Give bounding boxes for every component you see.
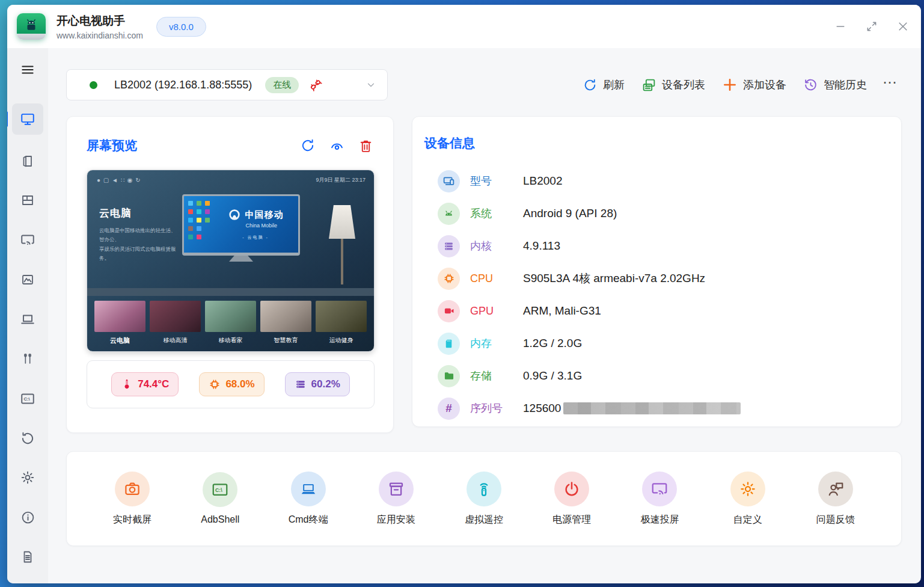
maximize-button[interactable]	[858, 14, 885, 38]
tv-thumb-home-watch[interactable]: 移动看家	[205, 301, 256, 345]
preview-eye-icon[interactable]	[329, 138, 345, 154]
device-label: LB2002 (192.168.1.88:5555)	[114, 79, 252, 91]
memory-value: 1.2G / 2.0G	[523, 337, 582, 350]
restore-icon	[20, 431, 35, 446]
storage-value: 0.9G / 3.1G	[523, 369, 582, 383]
tv-thumb-mobile-hd[interactable]: 移动高清	[150, 301, 201, 345]
cpu-chip-icon	[209, 378, 221, 390]
close-button[interactable]	[890, 14, 916, 38]
action-adb-shell[interactable]: C:\ AdbShell	[185, 472, 255, 525]
online-dot-icon	[90, 81, 97, 89]
history-clock-icon	[803, 78, 818, 93]
sidebar-item-logs[interactable]	[12, 544, 43, 570]
info-row-memory: 内存 1.2G / 2.0G	[424, 327, 889, 360]
minimize-button[interactable]	[827, 14, 854, 38]
sidebar-item-settings[interactable]	[12, 464, 43, 491]
info-row-cpu: CPU S905L3A 4核 armeabi-v7a 2.02GHz	[424, 262, 889, 295]
tv-inner-screen: 中国移动 China Mobile - 云电脑 -	[182, 194, 300, 256]
memory-stat: 60.2%	[285, 372, 350, 396]
refresh-button[interactable]: 刷新	[578, 74, 629, 96]
cpu-stat: 68.0%	[199, 372, 264, 396]
laptop-icon	[291, 472, 326, 506]
device-selector[interactable]: LB2002 (192.168.1.88:5555) 在线	[66, 69, 388, 100]
device-model-icon	[438, 170, 460, 192]
sidebar-item-layout[interactable]	[12, 188, 43, 214]
cards-row: 屏幕预览 ● ▢ ◄ ∷ ◉ ↻ 9月9日 星期二 23:17	[66, 116, 902, 433]
sidebar-item-terminal[interactable]: C:\	[12, 386, 43, 412]
memory-bars-icon	[295, 378, 307, 390]
info-icon	[20, 510, 35, 525]
device-info-title: 设备信息	[424, 135, 889, 152]
tv-screenshot[interactable]: ● ▢ ◄ ∷ ◉ ↻ 9月9日 星期二 23:17 云电脑 云电脑是中国移动推…	[87, 170, 375, 352]
sidebar-item-screen-cast[interactable]	[12, 227, 43, 253]
sidebar-item-restore[interactable]	[12, 425, 43, 452]
feedback-person-icon	[818, 472, 853, 506]
info-row-kernel: 内核 4.9.113	[424, 230, 889, 262]
door-icon	[20, 154, 35, 168]
sidebar-item-gallery[interactable]	[12, 266, 43, 293]
add-device-label: 添加设备	[743, 78, 786, 92]
add-device-button[interactable]: 添加设备	[717, 73, 791, 96]
disconnect-icon[interactable]	[308, 78, 323, 92]
tv-app-thumbnails: 云电脑 移动高清 移动看家 智慧教育 运动健身	[94, 301, 367, 345]
china-mobile-mark-icon	[228, 208, 241, 221]
tv-statusbar-icons: ● ▢ ◄ ∷ ◉ ↻	[97, 177, 141, 183]
serial-value: 125600	[523, 402, 741, 415]
gpu-value: ARM, Mali-G31	[523, 304, 601, 318]
install-box-icon	[379, 472, 414, 506]
preview-delete-icon[interactable]	[358, 138, 373, 153]
sidebar-item-screen-preview[interactable]	[12, 103, 43, 135]
sidebar-item-app-manager[interactable]	[12, 148, 43, 174]
action-cmd-terminal[interactable]: Cmd终端	[273, 472, 344, 526]
monitor-icon	[20, 111, 35, 127]
tv-hero-title: 云电脑	[99, 206, 177, 220]
device-info-rows: 型号 LB2002 系统 Android 9 (API 28) 内核 4.9.1…	[424, 165, 889, 425]
laptop-icon	[20, 312, 35, 327]
cpu-chip-icon	[438, 268, 460, 290]
refresh-label: 刷新	[603, 78, 625, 92]
menu-icon[interactable]	[12, 57, 43, 83]
sidebar-item-about[interactable]	[12, 504, 43, 530]
action-virtual-remote[interactable]: 虚拟遥控	[448, 472, 519, 526]
tv-thumb-cloud-pc[interactable]: 云电脑	[94, 301, 145, 345]
sidebar-item-toolbox[interactable]	[12, 346, 43, 372]
model-value: LB2002	[523, 174, 563, 188]
more-button[interactable]: ⋯	[879, 74, 902, 96]
action-customize[interactable]: 自定义	[712, 472, 783, 526]
china-mobile-logo: 中国移动 China Mobile - 云电脑 -	[228, 208, 284, 241]
preview-title: 屏幕预览	[87, 137, 137, 154]
info-row-gpu: GPU ARM, Mali-G31	[424, 295, 889, 327]
toolbar: 刷新 设备列表 添加设备 智能历史 ⋯	[578, 73, 902, 96]
thermometer-icon	[121, 378, 133, 390]
action-app-install[interactable]: 应用安装	[361, 472, 432, 526]
tv-inner-television: 中国移动 China Mobile - 云电脑 -	[182, 194, 300, 262]
titlebar: 开心电视助手 www.kaixindianshi.com v8.0.0	[7, 5, 921, 48]
layout-icon	[20, 193, 35, 207]
device-info-card: 设备信息 型号 LB2002 系统 Android 9 (API 28)	[412, 116, 902, 427]
action-screenshot[interactable]: 实时截屏	[97, 472, 168, 526]
preview-card-header: 屏幕预览	[87, 137, 373, 154]
action-feedback[interactable]: 问题反馈	[800, 472, 871, 526]
sidebar: C:\	[7, 48, 48, 583]
sidebar-item-device[interactable]	[12, 306, 43, 333]
temperature-stat: 74.4°C	[111, 372, 179, 396]
action-fast-cast[interactable]: 极速投屏	[624, 472, 695, 526]
device-list-button[interactable]: 设备列表	[637, 74, 710, 96]
device-list-icon	[641, 78, 656, 93]
info-row-serial: # 序列号 125600	[424, 392, 889, 425]
svg-text:C:\: C:\	[215, 487, 222, 493]
tv-thumb-fitness[interactable]: 运动健身	[316, 301, 367, 345]
refresh-icon	[583, 78, 598, 93]
preview-refresh-icon[interactable]	[300, 138, 316, 153]
document-icon	[20, 550, 35, 564]
storage-folder-icon	[438, 365, 460, 387]
tv-datetime: 9月9日 星期二 23:17	[316, 176, 366, 184]
android-icon	[438, 203, 460, 225]
history-button[interactable]: 智能历史	[798, 74, 872, 96]
power-icon	[554, 472, 589, 506]
info-row-model: 型号 LB2002	[424, 165, 889, 197]
chevron-down-icon[interactable]	[366, 79, 376, 90]
kernel-icon	[438, 235, 460, 257]
tv-thumb-smart-edu[interactable]: 智慧教育	[260, 301, 311, 345]
action-power-management[interactable]: 电源管理	[536, 472, 607, 526]
